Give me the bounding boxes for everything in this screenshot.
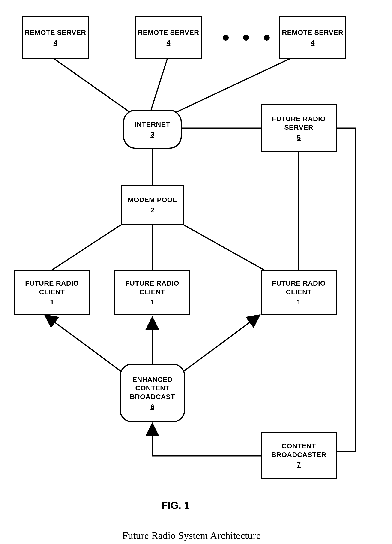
node-label: ENHANCED CONTENT BROADCAST [121, 375, 184, 401]
node-label: FUTURE RADIO CLIENT [15, 279, 89, 296]
node-number: 5 [297, 133, 301, 142]
node-label: FUTURE RADIO CLIENT [115, 279, 189, 296]
node-number: 4 [167, 38, 170, 47]
node-number: 6 [150, 402, 154, 411]
svg-line-11 [175, 315, 260, 377]
node-future-radio-server: FUTURE RADIO SERVER 5 [261, 104, 337, 152]
node-internet: INTERNET 3 [123, 110, 182, 149]
node-modem-pool: MODEM POOL 2 [121, 185, 184, 225]
node-label: FUTURE RADIO CLIENT [262, 279, 336, 296]
svg-line-1 [151, 59, 167, 110]
node-label: CONTENT BROADCASTER [262, 442, 336, 459]
node-future-radio-client-3: FUTURE RADIO CLIENT 1 [261, 270, 337, 315]
node-enhanced-content-broadcast: ENHANCED CONTENT BROADCAST 6 [119, 364, 185, 422]
node-number: 1 [150, 297, 154, 306]
node-number: 3 [150, 130, 154, 139]
svg-line-0 [54, 59, 133, 114]
node-remote-server-3: REMOTE SERVER 4 [279, 16, 346, 59]
node-number: 2 [150, 206, 154, 214]
node-number: 4 [311, 38, 315, 47]
ellipsis-dots: ● ● ● [222, 29, 275, 45]
node-label: REMOTE SERVER [282, 28, 343, 37]
node-future-radio-client-2: FUTURE RADIO CLIENT 1 [114, 270, 190, 315]
svg-line-7 [184, 225, 264, 270]
node-label: FUTURE RADIO SERVER [262, 114, 336, 132]
figure-caption: Future Radio System Architecture [122, 530, 261, 541]
svg-line-9 [45, 315, 129, 377]
node-label: INTERNET [135, 120, 170, 129]
node-remote-server-2: REMOTE SERVER 4 [135, 16, 202, 59]
node-future-radio-client-1: FUTURE RADIO CLIENT 1 [14, 270, 90, 315]
node-content-broadcaster: CONTENT BROADCASTER 7 [261, 432, 337, 479]
node-remote-server-1: REMOTE SERVER 4 [22, 16, 89, 59]
node-number: 1 [50, 297, 54, 306]
node-label: REMOTE SERVER [25, 28, 86, 37]
node-number: 1 [297, 297, 301, 306]
node-number: 4 [53, 38, 58, 47]
node-label: MODEM POOL [128, 195, 177, 204]
figure-label: FIG. 1 [162, 500, 190, 511]
svg-line-5 [52, 225, 121, 270]
diagram-canvas: REMOTE SERVER 4 REMOTE SERVER 4 ● ● ● RE… [0, 0, 392, 544]
node-number: 7 [297, 460, 301, 469]
node-label: REMOTE SERVER [138, 28, 199, 37]
